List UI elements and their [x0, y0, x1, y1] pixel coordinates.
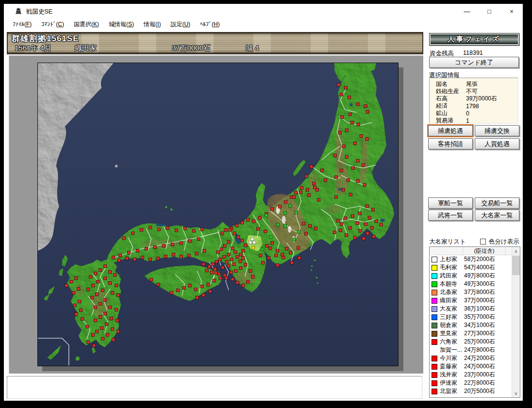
daimyo-list-item[interactable]: 朝倉家34万1000石 [430, 321, 512, 329]
clan-color-swatch [432, 331, 437, 337]
clan-name: 三好家 [440, 313, 464, 321]
clan-color-swatch [432, 298, 437, 304]
daimyo-list-item[interactable]: 北畠家20万5000石 [430, 387, 512, 395]
app-window: 戦国史SE — □ × ﾌｧｲﾙ(F)ｺﾏﾝﾄﾞ(C)国選択(K)城情報(S)情… [4, 4, 523, 401]
daimyo-list-item[interactable]: 斎藤家24万0000石 [430, 362, 512, 371]
menu-bar: ﾌｧｲﾙ(F)ｺﾏﾝﾄﾞ(C)国選択(K)城情報(S)情報(I)設定(U)ﾍﾙﾌ… [4, 18, 523, 30]
clan-koku-value: 23万0000石 [464, 371, 495, 379]
clan-color-swatch [432, 314, 437, 320]
daimyo-list-item[interactable]: 武田家49万8000石 [430, 272, 512, 280]
clan-name: 北条家 [440, 288, 464, 296]
clan-koku-value: 58万2000石 [464, 255, 495, 263]
clan-color-swatch [432, 290, 437, 295]
clan-name: 大友家 [440, 305, 464, 313]
trade-ship-list-button[interactable]: 交易船一覧 [475, 197, 519, 209]
province-info-row: 石高39万0000石 [430, 95, 518, 102]
scrollbar[interactable]: ∧ ∨ [512, 247, 520, 397]
daimyo-list-item[interactable]: 浅井家23万0000石 [430, 371, 512, 379]
daimyo-list-button[interactable]: 大名家一覧 [475, 210, 519, 221]
map-panel [9, 55, 423, 374]
daimyo-list-item[interactable]: 六角家25万0000石 [430, 338, 512, 346]
title-bar: 戦国史SE — □ × [4, 4, 523, 18]
clan-koku-value: 36万1000石 [464, 305, 495, 313]
clan-koku-value: 20万5000石 [464, 387, 495, 395]
clan-koku-value: 49万8000石 [464, 272, 495, 280]
guest-general-invite-button[interactable]: 客将招請 [428, 138, 473, 149]
daimyo-list-header: (臣従含) [430, 247, 520, 255]
daimyo-list-item[interactable]: 織田家37万0000石 [430, 296, 512, 305]
castle-count: 城 4 [246, 44, 259, 53]
clan-color-swatch [432, 364, 437, 370]
daimyo-list-item[interactable]: 北条家37万8000石 [430, 288, 512, 296]
daimyo-listbox: (臣従含) 上杉家58万2000石毛利家54万4000石武田家49万8000石本… [429, 246, 520, 398]
daimyo-list-item[interactable]: 伊達家22万8000石 [430, 379, 512, 387]
clan-koku-value: 24万2000石 [464, 354, 495, 362]
side-panel: 人事フェイズ 資金残高 118391 コマンド終了 選択国情報 国名尾張鉄砲生産… [427, 32, 522, 401]
phase-header: 人事フェイズ [429, 33, 519, 46]
clan-name: 武田家 [440, 272, 464, 280]
scroll-down-icon[interactable]: ∨ [512, 389, 520, 397]
clan-color-swatch [432, 323, 437, 328]
menu-item-K[interactable]: 国選択(K) [70, 19, 103, 30]
maximize-button[interactable]: □ [478, 4, 500, 18]
color-toggle-checkbox[interactable] [480, 239, 486, 245]
japan-map[interactable] [37, 63, 399, 366]
daimyo-list-item[interactable]: 今川家24万2000石 [430, 354, 512, 362]
clan-koku-value: 37万8000石 [464, 288, 495, 296]
scrollbar-thumb[interactable] [512, 256, 520, 275]
menu-item-S[interactable]: 城情報(S) [105, 19, 138, 30]
clan-color-swatch [432, 306, 437, 312]
close-button[interactable]: × [500, 4, 523, 18]
menu-item-C[interactable]: ｺﾏﾝﾄﾞ(C) [37, 19, 68, 29]
menu-item-I[interactable]: 情報(I) [140, 19, 165, 30]
province-info-row: 鉄砲生産不可 [430, 88, 518, 95]
daimyo-list-item[interactable]: 加賀一...24万8000石 [430, 346, 512, 354]
clan-koku-value: 24万0000石 [464, 362, 495, 371]
end-command-button[interactable]: コマンド終了 [429, 57, 519, 68]
clan-name: 本願寺 [440, 280, 464, 288]
daimyo-list-item[interactable]: 三好家35万7000石 [430, 313, 512, 321]
province-info-box: 国名尾張鉄砲生産不可石高39万0000石経済1798鉱山0貿易港1 [429, 78, 518, 124]
phase-label: 人事フェイズ [448, 35, 500, 44]
scenario-banner: 群雄割拠1561SE 1561年 4月 織田家 37万0000石 城 4 [7, 32, 423, 54]
hostage-treatment-button[interactable]: 人質処遇 [475, 138, 519, 149]
province-info-row: 鉱山0 [430, 110, 518, 117]
warship-list-button[interactable]: 軍船一覧 [428, 197, 473, 209]
clan-color-swatch [432, 273, 437, 279]
clan-koku-value: 49万3000石 [464, 280, 495, 288]
clan-name: 斎藤家 [440, 362, 464, 371]
app-icon [15, 7, 22, 15]
daimyo-list-item[interactable]: 毛利家54万4000石 [430, 263, 512, 272]
menu-item-F[interactable]: ﾌｧｲﾙ(F) [9, 19, 35, 29]
scroll-up-icon[interactable]: ∧ [512, 247, 520, 255]
clan-koku: 37万0000石 [172, 44, 211, 53]
clan-color-swatch [432, 380, 437, 386]
minimize-button[interactable]: — [456, 4, 478, 18]
clan-color-swatch [432, 265, 437, 271]
daimyo-list-item[interactable]: 上杉家58万2000石 [430, 255, 512, 263]
captive-exchange-button[interactable]: 捕虜交換 [475, 125, 519, 136]
daimyo-list-item[interactable]: 大友家36万1000石 [430, 305, 512, 313]
clan-koku-value: 22万8000石 [464, 379, 495, 387]
daimyo-list-item[interactable]: 本願寺49万3000石 [430, 280, 512, 288]
province-info-row: 貿易港1 [430, 117, 518, 124]
clan-koku-value: 24万8000石 [464, 346, 495, 354]
color-toggle-label: 色分け表示 [489, 238, 519, 246]
general-list-button[interactable]: 武将一覧 [428, 210, 473, 221]
clan-name: 伊達家 [440, 379, 464, 387]
daimyo-list-item[interactable]: 里見家27万3000石 [430, 329, 512, 338]
clan-name: 織田家 [440, 296, 464, 305]
clan-color-swatch [432, 281, 437, 287]
menu-item-U[interactable]: 設定(U) [166, 19, 194, 30]
province-info-row: 国名尾張 [430, 81, 518, 88]
province-info-row: 経済1798 [430, 102, 518, 110]
captive-treatment-button[interactable]: 捕虜処遇 [428, 125, 473, 136]
clan-name: 加賀一... [440, 346, 464, 354]
clan-koku-value: 35万7000石 [464, 313, 495, 321]
scenario-title: 群雄割拠1561SE [12, 33, 79, 44]
message-box [7, 376, 422, 399]
menu-item-H[interactable]: ﾍﾙﾌﾟ(H) [196, 19, 224, 29]
clan-koku-value: 34万1000石 [464, 321, 495, 329]
clan-color-swatch [432, 339, 437, 345]
clan-name: 六角家 [440, 338, 464, 346]
